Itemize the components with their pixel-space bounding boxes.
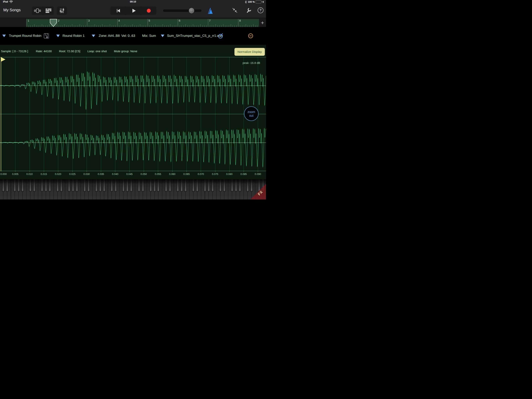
my-songs-button[interactable]: My Songs (3, 8, 21, 12)
start-flag-icon[interactable] (1, 57, 6, 62)
zoom-out-button[interactable]: zoom out (244, 106, 259, 121)
piano-key-black[interactable] (138, 179, 140, 192)
piano-key-black[interactable] (88, 179, 90, 192)
piano-key-black[interactable] (235, 179, 237, 192)
zone-range[interactable]: Zone: A#4..B8 (99, 34, 120, 38)
piano-key-black[interactable] (45, 179, 47, 192)
ruler-tick (191, 25, 191, 27)
help-button[interactable]: ? (258, 7, 263, 13)
piano-key-black[interactable] (150, 179, 152, 192)
mute-group[interactable]: Mute group: None (114, 49, 137, 53)
piano-key-black[interactable] (2, 179, 5, 192)
piano-key-black[interactable] (114, 179, 117, 192)
metronome-button[interactable] (207, 7, 213, 14)
add-track-button[interactable]: + (260, 20, 265, 26)
piano-key-black[interactable] (60, 179, 63, 192)
piano-key-black[interactable] (130, 179, 133, 192)
mix-mode[interactable]: Mix: Sum (142, 34, 156, 38)
play-button[interactable] (126, 6, 141, 15)
piano-key-black[interactable] (126, 179, 128, 192)
group-selector[interactable]: Round Robin 1 (63, 34, 84, 38)
piano-key-black[interactable] (250, 179, 253, 192)
piano-key-black[interactable] (231, 179, 233, 192)
playhead-marker[interactable] (50, 19, 57, 27)
piano-key-black[interactable] (157, 179, 159, 192)
piano-key-black[interactable] (153, 179, 156, 192)
preset-dropdown-icon[interactable] (2, 35, 6, 37)
carousel-view-button[interactable] (32, 6, 43, 15)
piano-key-black[interactable] (49, 179, 51, 192)
time-label: 0.005 (12, 173, 19, 175)
piano-key-black[interactable] (72, 179, 74, 192)
sample-start-marker[interactable] (1, 57, 1, 171)
piano-key-black[interactable] (247, 179, 249, 192)
time-axis-tick (258, 171, 258, 172)
piano-key-black[interactable] (111, 179, 113, 192)
piano-key-black[interactable] (68, 179, 70, 192)
remove-sample-icon[interactable] (248, 33, 253, 39)
ruler-bar-number: 5 (149, 19, 150, 22)
piano-key-black[interactable] (142, 179, 144, 192)
rewind-button[interactable] (110, 6, 126, 15)
piano-key-black[interactable] (219, 179, 222, 192)
piano-key-black[interactable] (14, 179, 16, 192)
piano-key-black[interactable] (239, 179, 241, 192)
settings-wrench-button[interactable] (246, 7, 252, 13)
group-dropdown-icon[interactable] (56, 35, 60, 37)
piano-key-black[interactable] (192, 179, 195, 192)
piano-key-black[interactable] (223, 179, 226, 192)
piano-key-black[interactable] (165, 179, 167, 192)
zone-dropdown-icon[interactable] (92, 35, 95, 37)
sample-dropdown-icon[interactable] (161, 35, 164, 37)
mixer-button[interactable] (57, 6, 67, 15)
ruler-tick (215, 24, 216, 27)
piano-key-black[interactable] (177, 179, 179, 192)
dial-icon[interactable] (218, 33, 223, 39)
piano-key-black[interactable] (208, 179, 210, 192)
piano-key-black[interactable] (204, 179, 206, 192)
normalize-display-button[interactable]: Normalize Display (234, 48, 265, 56)
tracks-view-button[interactable] (43, 6, 54, 15)
piano-keyboard[interactable]: FX (0, 179, 266, 200)
root-note[interactable]: Root: 72.00 [C5] (59, 49, 80, 53)
piano-key-black[interactable] (76, 179, 78, 192)
piano-key-black[interactable] (103, 179, 105, 192)
save-icon[interactable] (44, 33, 49, 39)
ruler-tick (250, 25, 250, 27)
piano-key-black[interactable] (99, 179, 101, 192)
piano-key-black[interactable] (6, 179, 8, 192)
piano-key-black[interactable] (184, 179, 187, 192)
piano-key-black[interactable] (211, 179, 214, 192)
ruler-row: 12345678 + (0, 19, 266, 27)
sample-range[interactable]: Sample: [ 0 - 73126 ] (1, 49, 28, 53)
volume-slider[interactable] (163, 10, 201, 12)
time-label: 0.010 (26, 173, 33, 175)
piano-key-black[interactable] (41, 179, 43, 192)
piano-key-black[interactable] (181, 179, 183, 192)
piano-key-black[interactable] (33, 179, 35, 192)
piano-key-black[interactable] (169, 179, 171, 192)
piano-key-black[interactable] (122, 179, 125, 192)
question-mark-icon: ? (258, 7, 263, 13)
velocity-range[interactable]: Vel: 0..63 (121, 34, 135, 38)
sample-rate[interactable]: Rate: 44100 (36, 49, 52, 53)
piano-key-black[interactable] (95, 179, 98, 192)
preset-selector[interactable]: Trumpet Round Robin (9, 34, 41, 38)
piano-key-black[interactable] (258, 179, 260, 192)
piano-key-black[interactable] (29, 179, 32, 192)
collapse-arrows-button[interactable] (232, 7, 238, 13)
piano-key-black[interactable] (83, 179, 86, 192)
ruler-bar-line (117, 19, 118, 27)
volume-slider-knob[interactable] (189, 8, 194, 13)
piano-key-black[interactable] (18, 179, 20, 192)
piano-key-black[interactable] (196, 179, 198, 192)
piano-key-black[interactable] (57, 179, 59, 192)
ruler-tick (76, 25, 76, 27)
bar-ruler[interactable]: 12345678 (26, 19, 259, 27)
loop-mode[interactable]: Loop: one shot (88, 49, 107, 53)
piano-key-black[interactable] (21, 179, 24, 192)
sample-file-name[interactable]: Sum_SHTrumpet_stac_C5_p_rr1.wav (167, 34, 223, 38)
ruler-tick (93, 25, 93, 27)
record-button[interactable] (141, 6, 156, 15)
waveform-display[interactable] (0, 57, 266, 171)
